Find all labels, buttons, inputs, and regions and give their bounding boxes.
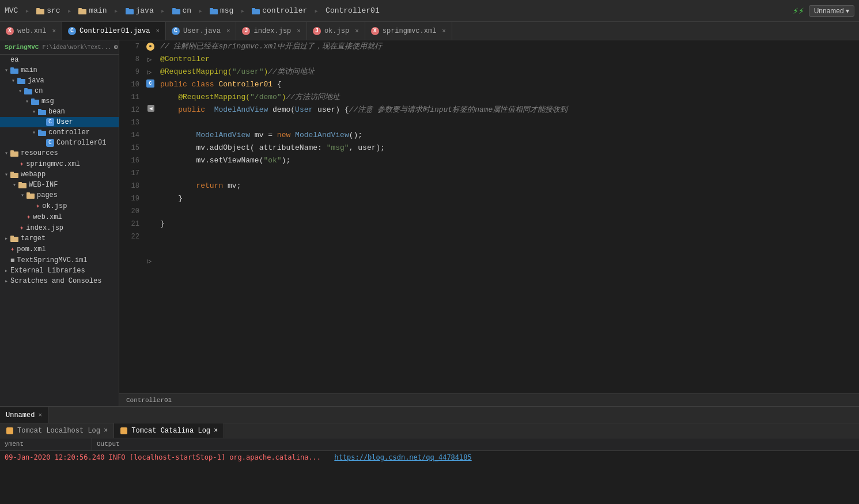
tree-item-java[interactable]: ▾ java bbox=[0, 75, 119, 86]
tree-item-springmvc-xml[interactable]: ✦ springmvc.xml bbox=[0, 158, 119, 169]
sidebar: SpringMVC F:\idea\work\Text... ⊕ ⚙ ↕ ✕ e… bbox=[0, 40, 119, 406]
code-line-8: @Controller bbox=[160, 53, 859, 66]
svg-rect-15 bbox=[17, 78, 21, 79]
folder-icon bbox=[210, 7, 218, 14]
xml-file-icon: ✦ bbox=[27, 213, 31, 221]
main-folder[interactable]: main bbox=[78, 6, 107, 15]
tree-item-controller01[interactable]: C Controller01 bbox=[0, 138, 119, 148]
tree-item-index-jsp[interactable]: ✦ index.jsp bbox=[0, 222, 119, 233]
output-log[interactable]: 09-Jan-2020 12:20:56.240 INFO [localhost… bbox=[0, 451, 859, 504]
close-ok-jsp[interactable]: × bbox=[355, 28, 359, 35]
tab-user-java[interactable]: C User.java × bbox=[166, 22, 236, 40]
tab-springmvc-xml[interactable]: X springmvc.xml × bbox=[365, 22, 452, 40]
code-line-16: mv.setViewName("ok"); bbox=[160, 154, 859, 167]
line-numbers: 7 8 9 10 11 12 13 14 15 16 17 18 19 20 2… bbox=[119, 40, 145, 393]
gear-icon[interactable]: ⊕ bbox=[113, 43, 118, 52]
run-icon[interactable]: ⚡⚡ bbox=[793, 5, 804, 17]
tree-item-user[interactable]: C User bbox=[0, 117, 119, 127]
tree-item-web-xml[interactable]: ✦ web.xml bbox=[0, 211, 119, 222]
tree-item-controller[interactable]: ▾ controller bbox=[0, 127, 119, 138]
bottom-tab-label: Unnamed bbox=[6, 411, 35, 419]
toolbar-right: ⚡⚡ Unnamed ▾ bbox=[793, 5, 854, 17]
tab-ok-jsp[interactable]: J ok.jsp × bbox=[307, 22, 365, 40]
code-line-12: public ModelAndView demo(User user) {//注… bbox=[160, 104, 859, 116]
code-line-22 bbox=[160, 230, 859, 243]
tree-item-cn[interactable]: ▾ cn bbox=[0, 86, 119, 96]
folder-icon bbox=[10, 171, 18, 178]
tree-item-ea[interactable]: ea bbox=[0, 55, 119, 65]
svg-rect-2 bbox=[78, 9, 86, 14]
tree-item-scratches[interactable]: ▸ Scratches and Consoles bbox=[0, 276, 119, 286]
tree-item-ext-libs[interactable]: ▸ External Libraries bbox=[0, 266, 119, 276]
folder-icon bbox=[78, 7, 86, 14]
code-line-19: } bbox=[160, 192, 859, 205]
close-index-jsp[interactable]: × bbox=[297, 28, 301, 35]
output-tab-tomcat-catalina[interactable]: Tomcat Catalina Log × bbox=[114, 423, 224, 438]
tree-item-iml[interactable]: ◼ TextSpringMVC.iml bbox=[0, 255, 119, 266]
tree-item-msg[interactable]: ▾ msg bbox=[0, 96, 119, 107]
tree-item-target[interactable]: ▸ target bbox=[0, 233, 119, 244]
tree-item-webinf[interactable]: ▾ WEB-INF bbox=[0, 180, 119, 190]
bottom-tab-unnamed[interactable]: Unnamed × bbox=[0, 407, 48, 423]
code-line-14: ModelAndView mv = new ModelAndView(); bbox=[160, 129, 859, 142]
cn-folder[interactable]: cn bbox=[172, 6, 192, 15]
svg-rect-16 bbox=[24, 89, 32, 94]
java-icon: C bbox=[172, 27, 180, 35]
tree-item-bean[interactable]: ▾ bean bbox=[0, 107, 119, 117]
tree-item-pom[interactable]: ✦ pom.xml bbox=[0, 244, 119, 255]
code-lines[interactable]: // 注解刚已经在springmvc.xml中开启过了，现在直接使用就行 @Co… bbox=[158, 40, 859, 393]
tab-web-xml[interactable]: X web.xml × bbox=[0, 22, 62, 40]
close-user-java[interactable]: × bbox=[226, 28, 230, 35]
gutter-fold-9: ▷ bbox=[147, 68, 152, 77]
tree-item-main[interactable]: ▾ main bbox=[0, 65, 119, 75]
msg-folder[interactable]: msg bbox=[210, 6, 233, 15]
java-icon: C bbox=[68, 27, 76, 35]
class-icon: C bbox=[46, 118, 54, 126]
jsp-icon: J bbox=[313, 27, 321, 35]
close-catalina-log[interactable]: × bbox=[214, 427, 218, 435]
jsp-file-icon: ✦ bbox=[36, 202, 40, 210]
close-controller01[interactable]: × bbox=[156, 28, 160, 35]
tab-controller01-java[interactable]: C Controller01.java × bbox=[62, 22, 166, 40]
code-line-20 bbox=[160, 205, 859, 218]
mvc-label: MVC bbox=[5, 6, 18, 15]
close-unnamed-tab[interactable]: × bbox=[38, 412, 42, 419]
svg-rect-3 bbox=[78, 8, 82, 10]
project-mvc[interactable]: MVC bbox=[5, 6, 18, 15]
code-container[interactable]: 7 8 9 10 11 12 13 14 15 16 17 18 19 20 2… bbox=[119, 40, 859, 393]
bottom-panel: Unnamed × Tomcat Localhost Log × Tomcat … bbox=[0, 406, 859, 504]
controller-folder[interactable]: controller bbox=[252, 6, 307, 15]
project-path: F:\idea\work\Text... bbox=[42, 44, 111, 51]
svg-rect-8 bbox=[210, 9, 218, 14]
folder-icon bbox=[31, 98, 39, 105]
tree-item-webapp[interactable]: ▾ webapp bbox=[0, 169, 119, 180]
tree-item-resources[interactable]: ▾ resources bbox=[0, 148, 119, 158]
code-line-10: public class Controller01 { bbox=[160, 78, 859, 91]
sidebar-tools: ⊕ ⚙ ↕ ✕ bbox=[113, 43, 119, 52]
svg-rect-35 bbox=[120, 427, 127, 434]
svg-rect-29 bbox=[18, 182, 22, 184]
close-springmvc-xml[interactable]: × bbox=[442, 28, 446, 35]
svg-rect-33 bbox=[10, 236, 14, 237]
jsp-file-icon: ✦ bbox=[20, 223, 24, 232]
unnamed-button[interactable]: Unnamed ▾ bbox=[809, 5, 854, 17]
log-link[interactable]: https://blog.csdn.net/qq_44784185 bbox=[334, 453, 471, 461]
iml-file-icon: ◼ bbox=[10, 256, 14, 264]
folder-icon bbox=[38, 129, 46, 136]
svg-rect-9 bbox=[210, 8, 213, 10]
svg-rect-20 bbox=[38, 110, 46, 115]
close-web-xml[interactable]: × bbox=[52, 28, 56, 35]
tab-index-jsp[interactable]: J index.jsp × bbox=[236, 22, 306, 40]
log-line-1: 09-Jan-2020 12:20:56.240 INFO [localhost… bbox=[5, 453, 854, 461]
sidebar-header: SpringMVC F:\idea\work\Text... ⊕ ⚙ ↕ ✕ bbox=[0, 40, 119, 55]
output-tab-tomcat-localhost[interactable]: Tomcat Localhost Log × bbox=[0, 423, 114, 438]
close-localhost-log[interactable]: × bbox=[104, 427, 108, 435]
log-text: 09-Jan-2020 12:20:56.240 INFO [localhost… bbox=[5, 453, 321, 461]
java-folder[interactable]: java bbox=[126, 6, 154, 15]
folder-icon bbox=[10, 67, 18, 74]
svg-rect-28 bbox=[18, 183, 27, 188]
tree-item-ok-jsp[interactable]: ✦ ok.jsp bbox=[0, 200, 119, 211]
svg-rect-13 bbox=[10, 67, 14, 69]
src-folder[interactable]: src bbox=[36, 6, 60, 15]
tree-item-pages[interactable]: ▾ pages bbox=[0, 190, 119, 200]
